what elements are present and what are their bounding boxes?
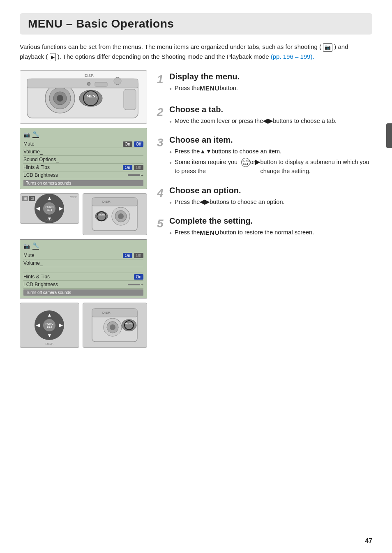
lcd-row-hints: Hints & Tips On Off [23, 164, 143, 171]
right-column: 1 Display the menu. Press the MENU butto… [147, 70, 372, 245]
lcd-row-volume-2: Volume_ [23, 259, 143, 267]
dpad2-right: ▶ [59, 322, 62, 328]
off-label-1: /OFF [70, 195, 77, 199]
lcd-tabs-2: 📷 🔧 [23, 242, 143, 251]
dpad-left: ◀ [36, 206, 40, 211]
lcd-brightness-label: LCD Brightness [23, 172, 128, 178]
lcd-plus-icon-2: + [141, 282, 143, 287]
lcd-hints-off: Off [134, 165, 143, 170]
lcd-sound-label: Sound Options_ [23, 157, 143, 162]
lcd-screen-2: 📷 🔧 Mute On Off Volume_ Hints & Tips [20, 239, 147, 298]
lcd-brightness-slider: + [128, 173, 143, 178]
page-ref-link[interactable]: (pp. 196 – 199). [271, 53, 314, 60]
step-2: 2 Choose a tab. Move the zoom lever or p… [157, 105, 372, 127]
step-1-title: Display the menu. [169, 72, 372, 81]
lcd-hints-value-2: On [134, 274, 143, 280]
svg-rect-12 [124, 89, 136, 110]
step-3-number: 3 [157, 136, 168, 149]
lcd-on-btn-2: On [123, 253, 132, 258]
dpad-center-1: FUNCSET [43, 202, 55, 215]
or-text: or [250, 158, 256, 167]
page: MENU – Basic Operations Various function… [0, 0, 392, 368]
step-4: 4 Choose an option. Press the ◀▶ buttons… [157, 186, 372, 208]
camera-top-image: DISP. MENU [20, 70, 147, 124]
step-4-bullets: Press the ◀▶ buttons to choose an option… [169, 198, 372, 207]
lcd-row-mute-1: Mute On Off [23, 140, 143, 148]
svg-text:DISP.: DISP. [85, 74, 94, 78]
lcd-mute-value-2: On Off [123, 253, 144, 258]
intro-text-1: Various functions can be set from the me… [20, 43, 321, 50]
cam-left-panel-1: ⊞ ⊡ ▲ ▼ ◀ ▶ FUNCSET [20, 193, 79, 224]
lcd-mute-label-2: Mute [23, 252, 123, 258]
step-1-bullets: Press the MENU button. [169, 84, 372, 93]
step-1: 1 Display the menu. Press the MENU butto… [157, 72, 372, 95]
intro-paragraph: Various functions can be set from the me… [20, 42, 372, 61]
step-1-number: 1 [157, 73, 168, 86]
lcd-hints-on-2: On [134, 274, 143, 280]
svg-point-13 [87, 82, 90, 86]
playback-icon: ▶ [50, 53, 56, 62]
func-set-btn-icon: FUNCSET [241, 158, 250, 167]
lcd-row-empty [23, 267, 143, 273]
svg-rect-24 [92, 309, 137, 317]
camera-body-svg-2: DISP. MENU [90, 194, 139, 235]
lcd-brightness-slider-2: + [128, 282, 143, 287]
lcd-slider-bar [128, 174, 140, 176]
svg-text:DISP.: DISP. [102, 200, 111, 204]
step-5-content: Complete the setting. Press the MENU but… [169, 216, 372, 239]
svg-text:MENU: MENU [125, 322, 132, 325]
svg-text:MENU: MENU [87, 94, 98, 98]
mode-icons-1: ⊞ ⊡ [22, 196, 35, 201]
step-3-bullet-1: Press the ▲▼ buttons to choose an item. [169, 147, 372, 156]
step-2-bullets: Move the zoom lever or press the ◀▶ butt… [169, 117, 372, 126]
left-column: DISP. MENU [20, 70, 147, 348]
cam-right-panel-2: DISP. MENU [83, 303, 147, 348]
step-2-bullet-1: Move the zoom lever or press the ◀▶ butt… [169, 117, 372, 126]
lcd-slider-bar-2 [128, 284, 140, 285]
arrow-lr-1: ◀▶ [263, 117, 273, 126]
cam-left-panel-2: ▲ ▼ ◀ ▶ FUNCSET DISP. [20, 303, 79, 348]
lcd-row-brightness: LCD Brightness + [23, 171, 143, 179]
step-3-title: Choose an item. [169, 135, 372, 145]
menu-text-1: MENU [200, 84, 219, 93]
content-area: DISP. MENU [20, 70, 372, 348]
lcd-plus-icon: + [141, 173, 143, 178]
lcd-tabs-1: 📷 🔧 [23, 131, 143, 139]
step-3-bullet-2: Some items require you to press the FUNC… [169, 158, 372, 176]
camera-icon: 📷 [323, 43, 332, 52]
page-title: MENU – Basic Operations [28, 17, 364, 30]
step-4-number: 4 [157, 187, 168, 200]
lcd-hints-label-2: Hints & Tips [23, 274, 134, 280]
step-5-bullet-1: Press the MENU button to restore the nor… [169, 228, 372, 238]
step-2-content: Choose a tab. Move the zoom lever or pre… [169, 105, 372, 127]
dpad2-up: ▲ [47, 312, 52, 318]
svg-point-4 [57, 95, 63, 102]
lcd-brightness-label-2: LCD Brightness [23, 282, 128, 287]
lcd-row-brightness-2: LCD Brightness + [23, 281, 143, 289]
lcd-row-sound: Sound Options_ [23, 156, 143, 164]
step-5-title: Complete the setting. [169, 216, 372, 226]
camera-svg-1: DISP. MENU [23, 71, 144, 123]
svg-rect-5 [27, 79, 138, 88]
dpad-right: ▶ [59, 206, 62, 211]
step-4-title: Choose an option. [169, 186, 372, 195]
svg-point-19 [118, 213, 124, 219]
mode-icon-2: ⊡ [29, 196, 35, 201]
menu-text-2: MENU [200, 228, 219, 238]
lcd-row-hints-2: Hints & Tips On [23, 273, 143, 281]
step-2-number: 2 [157, 106, 168, 119]
lcd-tip-1: Turns on camera sounds [23, 180, 143, 186]
svg-point-8 [114, 77, 121, 85]
cam-right-panel-1: DISP. MENU [83, 193, 147, 235]
dpad-up: ▲ [47, 195, 52, 201]
step-3-content: Choose an item. Press the ▲▼ buttons to … [169, 135, 372, 177]
dpad2-down: ▼ [47, 333, 52, 338]
lcd-tab-wrench-2: 🔧 [32, 242, 39, 250]
arrow-ud-1: ▲▼ [200, 147, 212, 156]
svg-point-28 [110, 324, 115, 330]
camera-body-svg-3: DISP. MENU [90, 305, 139, 346]
lcd-volume-label: Volume_ [23, 149, 143, 155]
disp-label-1: DISP. [46, 218, 54, 222]
step-1-bullet-1: Press the MENU button. [169, 84, 372, 93]
svg-text:DISP.: DISP. [102, 311, 111, 315]
